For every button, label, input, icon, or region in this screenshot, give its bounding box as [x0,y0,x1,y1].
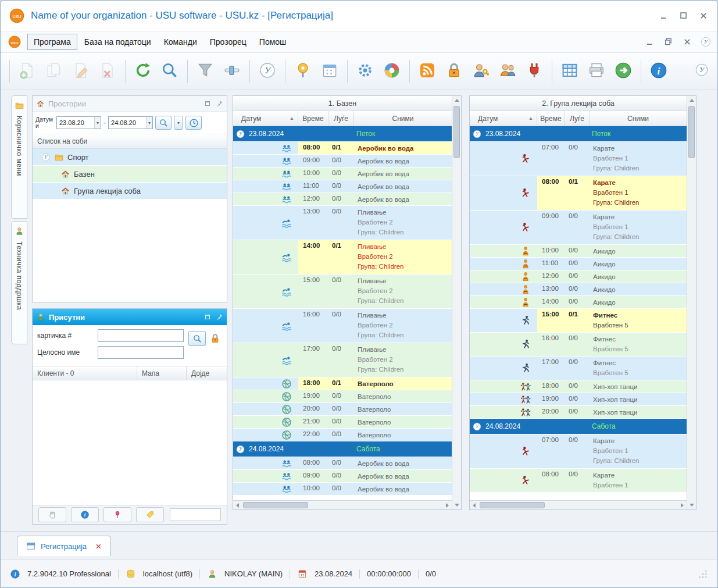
scroll-right-button[interactable] [443,501,452,509]
date-from-input[interactable] [57,119,94,126]
hand-button[interactable] [38,507,66,522]
menu-item[interactable]: Команди [158,34,203,49]
schedule-row[interactable]: 19:000/0Хип-хоп танци [470,393,687,405]
schedule-row[interactable]: 19:000/0Ватерполо [233,390,452,402]
schedule-row[interactable]: 22:000/0Ватерполо [233,429,452,441]
schedule-row[interactable]: 08:000/1КаратеВработен 1Група: Children [470,176,687,210]
users-button[interactable] [495,58,520,85]
date-to-input[interactable] [109,119,146,126]
search-button[interactable] [158,58,182,85]
column-header[interactable]: Луѓе [565,111,590,126]
mdi-minimize-button[interactable] [644,36,656,48]
maximize-panel-icon[interactable] [203,313,212,321]
resize-grip[interactable] [698,569,708,579]
scroll-right-button[interactable] [678,501,687,509]
schedule-row[interactable]: 16:000/0ПливањеВработен 2Група: Children [233,309,452,343]
schedule-row[interactable]: 07:000/0КаратеВработен 1Група: Children [470,434,687,468]
maximize-button[interactable] [678,10,690,22]
schedule-row[interactable]: 10:000/0Аеробик во вода [233,483,452,495]
column-header[interactable]: Време [298,111,328,126]
go-next-button[interactable] [611,58,635,85]
rss-button[interactable] [415,58,440,85]
clients-column-header[interactable]: Клиенти - 0 [33,366,137,380]
column-header[interactable]: Датум▲ [470,111,537,126]
search-client-button[interactable] [188,331,206,346]
history-button[interactable] [185,116,202,130]
scroll-down-button[interactable] [687,501,696,509]
column-header[interactable]: Време [537,111,565,126]
column-header[interactable]: Сними [590,111,687,126]
schedule-row[interactable]: 09:000/0КаратеВработен 1Група: Children [470,211,687,244]
date-group-row[interactable]: У23.08.2024Петок [470,126,687,141]
scrollbar-thumb[interactable] [480,502,545,508]
search-rooms-button[interactable] [155,116,172,130]
schedule-row[interactable]: 08:000/0КаратеВработен 1 [470,469,687,492]
scroll-left-button[interactable] [233,501,242,509]
tab-registration[interactable]: Регистрација [17,536,111,556]
close-button[interactable] [698,10,709,22]
grid-button[interactable] [558,58,582,85]
schedule-row[interactable]: 12:000/0Аеробик во вода [233,193,452,205]
schedule-row[interactable]: 09:000/0Аеробик во вода [233,470,452,482]
tag-button[interactable] [136,507,164,522]
slider-button[interactable] [220,58,244,85]
side-tab[interactable]: Корисничко мени [11,95,27,219]
pin-icon[interactable] [215,99,223,108]
vertical-scrollbar[interactable] [452,96,461,509]
gear-button[interactable] [353,58,377,85]
schedule-row[interactable]: 17:000/0ПливањеВработен 2Група: Children [233,343,452,377]
pin-button[interactable] [103,507,131,522]
horizontal-scrollbar[interactable] [470,500,687,509]
schedule-row[interactable]: 15:000/1ФитнесВработен 5 [470,309,687,332]
column-header[interactable]: Луѓе [328,111,354,126]
schedule-row[interactable]: 08:000/0Аеробик во вода [233,457,452,469]
scroll-up-button[interactable] [687,96,696,105]
menu-item[interactable]: Помош [253,34,292,49]
schedule-row[interactable]: 18:000/1Ватерполо [233,377,452,390]
schedule-row[interactable]: 14:000/0Аикидо [470,296,687,308]
tree-item[interactable]: Група лекција соба [33,183,227,199]
info-icon[interactable]: i [10,569,20,579]
mdi-restore-button[interactable] [663,36,674,48]
refresh-button[interactable] [131,58,155,85]
doc-copy-button[interactable] [42,58,66,85]
toolbar-right[interactable]: У [694,62,709,77]
rooms-list-header[interactable]: Список на соби [33,134,227,149]
lock-button[interactable] [442,58,466,85]
scrollbar-thumb[interactable] [243,502,308,508]
calendar-button[interactable] [317,58,342,85]
schedule-row[interactable]: 13:000/0ПливањеВработен 2Група: Children [233,206,452,240]
filter-button[interactable] [193,58,217,85]
palette-button[interactable] [380,58,404,85]
clients-column-header[interactable]: Дојде [187,366,227,380]
scroll-down-button[interactable] [452,501,461,509]
scrollbar-thumb[interactable] [453,106,460,158]
schedule-row[interactable]: 20:000/0Ватерполо [233,403,452,415]
chevron-down-icon[interactable]: ▾ [146,117,152,129]
lock-icon[interactable] [209,333,221,344]
map-pin-button[interactable] [291,58,315,85]
column-header[interactable]: Сними [354,111,452,126]
full-name-input[interactable] [98,346,184,359]
schedule-row[interactable]: 09:000/0Аеробик во вода [233,155,452,167]
schedule-row[interactable]: 12:000/0Аикидо [470,270,687,283]
schedule-row[interactable]: 10:000/0Аеробик во вода [233,168,452,180]
user-key-button[interactable] [469,58,493,85]
chevron-down-icon[interactable]: ▾ [94,117,101,129]
menu-item[interactable]: Прозорец [204,34,252,49]
date-group-row[interactable]: У24.08.2024Сабота [470,419,687,434]
clients-column-header[interactable]: Мапа [137,366,187,380]
scroll-left-button[interactable] [470,501,478,509]
date-group-row[interactable]: У24.08.2024Сабота [233,441,452,457]
usu-badge-button[interactable]: У [255,58,280,85]
doc-edit-button[interactable] [69,58,93,85]
printer-button[interactable] [584,58,609,85]
schedule-row[interactable]: 21:000/0Ватерполо [233,416,452,428]
maximize-panel-icon[interactable] [203,99,212,108]
schedule-row[interactable]: 11:000/0Аеробик во вода [233,180,452,193]
tab-close-icon[interactable] [95,543,102,550]
tree-item[interactable]: Базен [33,166,227,182]
minimize-button[interactable] [658,10,670,22]
schedule-row[interactable]: 14:000/1ПливањеВработен 2Група: Children [233,240,452,274]
menu-item[interactable]: Програма [27,34,77,50]
